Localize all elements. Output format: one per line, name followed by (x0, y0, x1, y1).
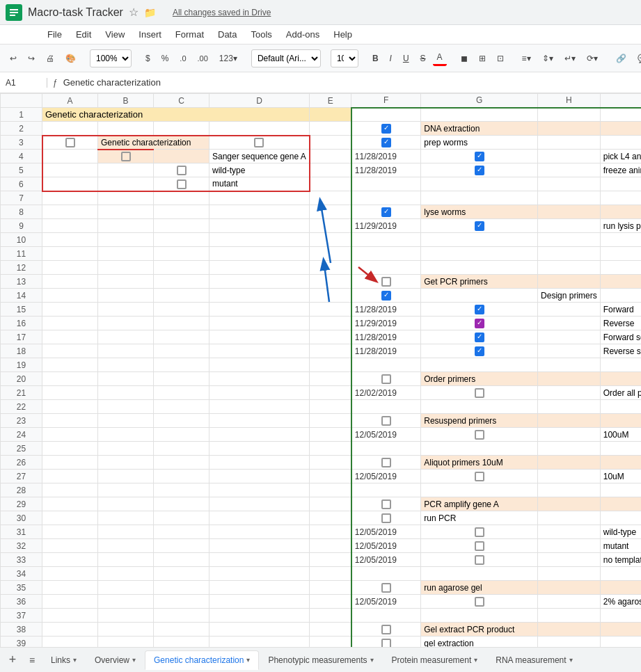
cell-f8[interactable] (351, 205, 421, 219)
paint-format-button[interactable]: 🎨 (61, 51, 80, 65)
menu-format[interactable]: Format (170, 28, 209, 41)
checkbox-g17[interactable] (475, 333, 484, 342)
cell-c14[interactable] (154, 289, 209, 303)
cell-a15[interactable] (42, 303, 98, 317)
underline-button[interactable]: U (399, 51, 413, 65)
percent-button[interactable]: % (157, 51, 173, 65)
cell-a38[interactable] (42, 623, 98, 637)
cell-d22[interactable] (209, 400, 310, 414)
cell-c13[interactable] (154, 275, 209, 289)
checkbox-c5[interactable] (177, 166, 187, 175)
checkbox-f39[interactable] (381, 639, 391, 647)
cell-i1[interactable] (600, 108, 641, 122)
star-icon[interactable]: ☆ (129, 6, 139, 19)
cell-g28[interactable] (421, 483, 538, 497)
cell-d35[interactable] (209, 581, 310, 595)
cell-g11[interactable] (421, 247, 538, 261)
cell-b6[interactable] (98, 177, 154, 191)
cell-e26[interactable] (310, 456, 351, 470)
cell-i32[interactable]: mutant (600, 539, 641, 553)
cell-c9[interactable] (154, 219, 209, 233)
checkbox-g15[interactable] (475, 305, 484, 314)
checkbox-a3[interactable] (65, 138, 75, 147)
cell-e32[interactable] (310, 539, 351, 553)
cell-b13[interactable] (98, 275, 154, 289)
cell-i12[interactable] (600, 261, 641, 275)
cell-g4[interactable] (421, 150, 538, 163)
checkbox-b4[interactable] (121, 152, 131, 161)
cell-h28[interactable] (538, 483, 601, 497)
cell-i21[interactable]: Order all primers (600, 386, 641, 400)
cell-e36[interactable] (310, 595, 351, 609)
cell-c17[interactable] (154, 330, 209, 344)
cell-f10[interactable] (351, 233, 421, 247)
cell-e16[interactable] (310, 317, 351, 330)
cell-c27[interactable] (154, 470, 209, 483)
cell-h36[interactable] (538, 595, 601, 609)
cell-a21[interactable] (42, 386, 98, 400)
cell-g22[interactable] (421, 400, 538, 414)
cell-i25[interactable] (600, 442, 641, 456)
cell-a17[interactable] (42, 330, 98, 344)
checkbox-f13[interactable] (381, 277, 391, 287)
cell-g17[interactable] (421, 330, 538, 344)
menu-file[interactable]: File (42, 28, 68, 41)
cell-a34[interactable] (42, 567, 98, 581)
cell-e13[interactable] (310, 275, 351, 289)
cell-e8[interactable] (310, 205, 351, 219)
cell-a11[interactable] (42, 247, 98, 261)
cell-f6[interactable] (351, 177, 421, 191)
cell-c10[interactable] (154, 233, 209, 247)
cell-c38[interactable] (154, 623, 209, 637)
cell-f36[interactable]: 12/05/2019 (351, 595, 421, 609)
cell-h38[interactable] (538, 623, 601, 637)
cell-a18[interactable] (42, 344, 98, 358)
cell-c36[interactable] (154, 595, 209, 609)
cell-e22[interactable] (310, 400, 351, 414)
cell-f39[interactable] (351, 637, 421, 648)
cell-e34[interactable] (310, 567, 351, 581)
cell-e31[interactable] (310, 525, 351, 539)
cell-c21[interactable] (154, 386, 209, 400)
cell-c5[interactable] (154, 163, 209, 177)
cell-a14[interactable] (42, 289, 98, 303)
strikethrough-button[interactable]: S (416, 51, 430, 65)
cell-d6[interactable]: mutant (209, 177, 310, 191)
cell-e1[interactable] (310, 108, 351, 122)
cell-f24[interactable]: 12/05/2019 (351, 428, 421, 442)
cell-h16[interactable] (538, 317, 601, 330)
cell-d18[interactable] (209, 344, 310, 358)
cell-f34[interactable] (351, 567, 421, 581)
fill-color-button[interactable]: ◼ (457, 51, 472, 65)
cell-b25[interactable] (98, 442, 154, 456)
cell-g39[interactable]: gel extraction (421, 637, 538, 648)
font-size-select[interactable]: 10 (331, 49, 358, 67)
cell-h8[interactable] (538, 205, 601, 219)
cell-i19[interactable] (600, 358, 641, 372)
cell-f16[interactable]: 11/29/2019 (351, 317, 421, 330)
checkbox-f26[interactable] (381, 458, 391, 467)
cell-c25[interactable] (154, 442, 209, 456)
cell-c30[interactable] (154, 511, 209, 525)
cell-reference[interactable]: A1 (6, 78, 47, 88)
col-header-f[interactable]: F (351, 94, 421, 108)
cell-a31[interactable] (42, 525, 98, 539)
cell-f27[interactable]: 12/05/2019 (351, 470, 421, 483)
cell-f3[interactable] (351, 136, 421, 150)
cell-a22[interactable] (42, 400, 98, 414)
checkbox-f30[interactable] (381, 513, 391, 523)
cell-e25[interactable] (310, 442, 351, 456)
cell-g13[interactable]: Get PCR primers (421, 275, 538, 289)
cell-d27[interactable] (209, 470, 310, 483)
cell-a19[interactable] (42, 358, 98, 372)
cell-h39[interactable] (538, 637, 601, 648)
cell-f37[interactable] (351, 609, 421, 623)
cell-d25[interactable] (209, 442, 310, 456)
cell-h21[interactable] (538, 386, 601, 400)
cell-e2[interactable] (310, 122, 351, 136)
checkbox-g33[interactable] (475, 555, 484, 565)
cell-f22[interactable] (351, 400, 421, 414)
cell-b8[interactable] (98, 205, 154, 219)
cell-d16[interactable] (209, 317, 310, 330)
cell-d23[interactable] (209, 414, 310, 428)
